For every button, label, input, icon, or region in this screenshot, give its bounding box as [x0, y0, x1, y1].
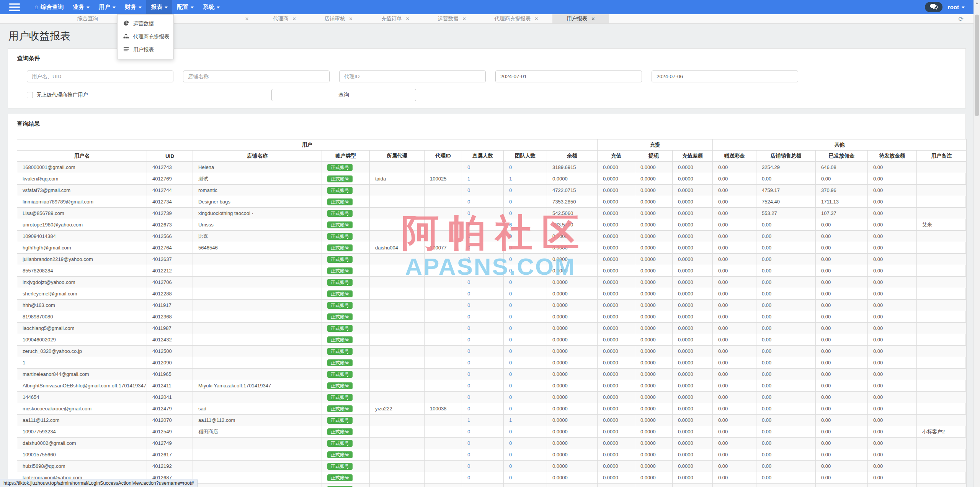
count-link[interactable]: 0 [509, 394, 512, 400]
count-link[interactable]: 0 [509, 371, 512, 377]
count-link[interactable]: 6 [467, 222, 470, 228]
tab-运营数据[interactable]: 运营数据✕ [424, 14, 480, 23]
count-link[interactable]: 0 [467, 199, 470, 205]
nav-item-6[interactable]: 系统 [198, 0, 224, 14]
count-link[interactable]: 0 [509, 291, 512, 297]
user-menu[interactable]: root [948, 4, 965, 10]
hamburger-icon[interactable] [9, 3, 20, 11]
count-link[interactable]: 0 [467, 463, 470, 469]
count-link[interactable]: 0 [467, 348, 470, 354]
tab-代理商充提报表[interactable]: 代理商充提报表✕ [480, 14, 553, 23]
nav-item-1[interactable]: 业务 [68, 0, 94, 14]
table-cell: 0 [462, 426, 504, 438]
count-link[interactable]: 0 [467, 406, 470, 412]
count-link[interactable]: 0 [509, 187, 512, 193]
menu-item-运营数据[interactable]: 运营数据 [118, 17, 173, 30]
store-name-input[interactable] [183, 71, 330, 82]
count-link[interactable]: 0 [509, 406, 512, 412]
count-link[interactable]: 1 [509, 176, 512, 182]
count-link[interactable]: 0 [467, 302, 470, 308]
nav-item-4[interactable]: 报表 [146, 0, 172, 14]
count-link[interactable]: 0 [467, 440, 470, 446]
nav-item-5[interactable]: 配置 [172, 0, 198, 14]
tab-代理商[interactable]: 代理商✕ [259, 14, 310, 23]
count-link[interactable]: 1 [467, 176, 470, 182]
close-icon[interactable]: ✕ [462, 16, 466, 21]
date-end-input[interactable] [652, 71, 798, 82]
close-icon[interactable]: ✕ [591, 16, 595, 21]
query-button[interactable]: 查询 [271, 89, 416, 101]
table-cell: 0.00 [868, 277, 917, 288]
count-link[interactable]: 0 [467, 256, 470, 262]
count-link[interactable]: 0 [509, 463, 512, 469]
count-link[interactable]: 0 [467, 383, 470, 389]
tab-充值订单[interactable]: 充值订单✕ [367, 14, 424, 23]
nav-item-2[interactable]: 用户 [94, 0, 120, 14]
count-link[interactable]: 0 [467, 429, 470, 435]
count-link[interactable]: 0 [467, 210, 470, 216]
refresh-icon[interactable]: ⟳ [959, 15, 964, 23]
agent-id-input[interactable] [339, 71, 486, 82]
count-link[interactable]: 0 [467, 291, 470, 297]
count-link[interactable]: 0 [509, 245, 512, 251]
vertical-scrollbar[interactable] [973, 0, 980, 487]
count-link[interactable]: 0 [467, 325, 470, 331]
count-link[interactable]: 0 [509, 337, 512, 343]
count-link[interactable]: 0 [509, 325, 512, 331]
count-link[interactable]: 1 [467, 417, 470, 423]
count-link[interactable]: 0 [467, 337, 470, 343]
column-header-row: 用户名UID店铺名称账户类型所属代理代理ID直属人数团队人数余额充值提现充值差额… [17, 151, 967, 162]
count-link[interactable]: 0 [509, 256, 512, 262]
close-icon[interactable]: ✕ [349, 16, 353, 21]
count-link[interactable]: 0 [509, 429, 512, 435]
count-link[interactable]: 0 [509, 383, 512, 389]
count-link[interactable]: 0 [509, 268, 512, 274]
no-agent-checkbox[interactable] [27, 92, 33, 98]
chat-button[interactable] [925, 2, 942, 12]
menu-item-用户报表[interactable]: 用户报表 [118, 43, 173, 56]
close-icon[interactable]: ✕ [245, 16, 249, 21]
count-link[interactable]: 0 [509, 199, 512, 205]
count-link[interactable]: 0 [467, 360, 470, 366]
scrollbar-thumb[interactable] [975, 15, 979, 116]
count-link[interactable]: 0 [509, 360, 512, 366]
count-link[interactable]: 0 [509, 452, 512, 457]
close-icon[interactable]: ✕ [406, 16, 410, 21]
count-link[interactable]: 0 [467, 475, 470, 480]
count-link[interactable]: 0 [509, 314, 512, 320]
scrollbar-up-arrow-icon[interactable] [974, 0, 980, 6]
count-link[interactable]: 0 [509, 164, 512, 170]
close-icon[interactable]: ✕ [534, 16, 538, 21]
count-link[interactable]: 0 [509, 302, 512, 308]
tab-综合查询[interactable]: 综合查询 [63, 14, 112, 23]
count-link[interactable]: 0 [467, 371, 470, 377]
nav-item-home[interactable]: ⌂综合查询 [30, 0, 68, 14]
count-link[interactable]: 0 [509, 279, 512, 285]
count-link[interactable]: 0 [467, 233, 470, 239]
count-link[interactable]: 0 [509, 440, 512, 446]
close-icon[interactable]: ✕ [292, 16, 296, 21]
count-link[interactable]: 0 [467, 245, 470, 251]
count-link[interactable]: 0 [509, 210, 512, 216]
count-link[interactable]: 0 [467, 394, 470, 400]
count-link[interactable]: 1 [509, 417, 512, 423]
menu-item-代理商充提报表[interactable]: 代理商充提报表 [118, 30, 173, 43]
nav-item-3[interactable]: 财务 [120, 0, 146, 14]
count-link[interactable]: 0 [509, 233, 512, 239]
count-link[interactable]: 0 [467, 452, 470, 457]
count-link[interactable]: 0 [467, 164, 470, 170]
table-cell [917, 265, 967, 277]
count-link[interactable]: 0 [467, 268, 470, 274]
tab-店铺审核[interactable]: 店铺审核✕ [310, 14, 367, 23]
count-link[interactable]: 0 [467, 279, 470, 285]
tab-用户报表[interactable]: 用户报表✕ [552, 14, 609, 23]
count-link[interactable]: 0 [509, 475, 512, 480]
count-link[interactable]: 0 [467, 187, 470, 193]
count-link[interactable]: 0 [467, 314, 470, 320]
date-start-input[interactable] [495, 71, 642, 82]
count-link[interactable]: 0 [509, 348, 512, 354]
count-link[interactable]: 6 [509, 222, 512, 228]
table-row: unrotope1980@yahoo.com4012673Umsss正式账号66… [17, 219, 967, 231]
username-uid-input[interactable] [27, 71, 173, 82]
table-cell [917, 300, 967, 311]
